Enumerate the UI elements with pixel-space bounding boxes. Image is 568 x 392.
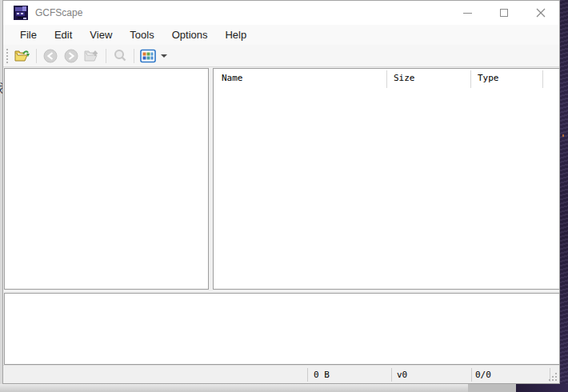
toolbar-grip[interactable] <box>6 49 9 63</box>
forward-button[interactable] <box>62 46 81 66</box>
statusbar-separator <box>471 368 472 382</box>
up-button[interactable] <box>82 46 102 66</box>
open-button[interactable] <box>13 46 32 66</box>
desktop-edge-bottom-gray <box>468 384 516 392</box>
menu-options[interactable]: Options <box>163 26 217 43</box>
menubar: File Edit View Tools Options Help <box>3 25 559 45</box>
view-mode-icon <box>140 49 156 63</box>
resize-grip[interactable] <box>547 371 557 381</box>
status-version: v0 <box>397 370 407 380</box>
console-panel[interactable] <box>4 293 560 365</box>
status-size: 0 B <box>314 370 330 380</box>
gcfscape-window: GCFScape File Edit View Tools Options He… <box>2 0 560 384</box>
menu-help[interactable]: Help <box>216 26 255 43</box>
column-header-size[interactable]: Size <box>394 73 415 83</box>
forward-icon <box>64 49 78 63</box>
back-icon <box>43 49 58 63</box>
app-icon <box>14 6 28 20</box>
column-header-type[interactable]: Type <box>478 73 499 83</box>
window-title: GCFScape <box>35 1 82 25</box>
up-icon <box>84 49 100 63</box>
search-icon <box>113 49 127 63</box>
toolbar-separator <box>106 49 106 63</box>
back-button[interactable] <box>41 46 60 66</box>
desktop-wallpaper-right <box>560 0 568 392</box>
column-separator[interactable] <box>386 70 387 88</box>
statusbar-separator <box>307 368 308 382</box>
menu-file[interactable]: File <box>11 26 46 43</box>
column-header-name[interactable]: Name <box>222 73 243 83</box>
desktop-wallpaper-bottom <box>516 384 568 392</box>
menu-edit[interactable]: Edit <box>46 26 81 43</box>
column-separator[interactable] <box>470 70 471 88</box>
toolbar-separator <box>36 49 37 63</box>
file-list-panel[interactable]: Name Size Type <box>213 68 560 290</box>
status-count: 0/0 <box>475 370 491 380</box>
close-icon <box>536 8 546 18</box>
maximize-icon <box>500 9 508 17</box>
menu-tools[interactable]: Tools <box>121 26 162 43</box>
tree-panel[interactable] <box>4 68 209 290</box>
toolbar <box>3 45 559 67</box>
view-mode-dropdown-caret[interactable] <box>161 54 167 58</box>
maximize-button[interactable] <box>486 1 522 25</box>
column-separator[interactable] <box>542 70 543 88</box>
view-mode-button[interactable] <box>138 46 158 66</box>
titlebar[interactable]: GCFScape <box>3 1 559 25</box>
menu-view[interactable]: View <box>81 26 121 43</box>
minimize-button[interactable] <box>449 1 486 25</box>
statusbar-separator <box>391 368 392 382</box>
file-list-header: Name Size Type <box>214 69 559 88</box>
statusbar: 0 B v0 0/0 <box>3 365 559 383</box>
open-folder-icon <box>14 49 30 63</box>
minimize-icon <box>463 13 472 14</box>
close-button[interactable] <box>522 1 559 25</box>
toolbar-separator <box>134 49 134 63</box>
search-button[interactable] <box>110 46 130 66</box>
